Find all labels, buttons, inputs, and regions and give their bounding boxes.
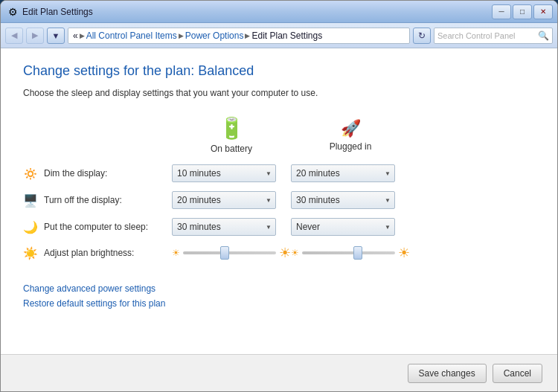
- window-title: Edit Plan Settings: [22, 7, 93, 17]
- turn-off-display-label: 🖥️ Turn off the display:: [23, 193, 172, 208]
- battery-label: On battery: [211, 144, 252, 154]
- battery-column-header: 🔋 On battery: [172, 116, 291, 154]
- dim-plugged-dropdown-wrapper: 20 minutes 1 minute 2 minutes 5 minutes …: [291, 164, 395, 182]
- sleep-row: 🌙 Put the computer to sleep: 30 minutes …: [23, 213, 535, 240]
- settings-grid: 🔋 On battery 🚀 Plugged in 🔅 Dim the disp…: [23, 116, 535, 266]
- breadcrumb-sep-3: ▶: [245, 32, 250, 39]
- refresh-button[interactable]: ↻: [413, 28, 431, 44]
- minimize-button[interactable]: ─: [492, 4, 511, 19]
- brightness-plugged-max-icon: ☀: [398, 245, 410, 261]
- plugged-column-header: 🚀 Plugged in: [291, 119, 410, 152]
- page-subtitle: Choose the sleep and display settings th…: [23, 88, 535, 98]
- breadcrumb-root: «: [73, 30, 78, 41]
- sleep-battery-dropdown[interactable]: 30 minutes 1 minute 2 minutes 5 minutes …: [172, 218, 276, 236]
- brightness-battery-max-icon: ☀: [279, 245, 291, 261]
- column-headers: 🔋 On battery 🚀 Plugged in: [23, 116, 535, 154]
- forward-button[interactable]: ▶: [26, 28, 44, 44]
- brightness-battery-min-icon: ☀: [172, 248, 180, 258]
- recent-button[interactable]: ▼: [47, 28, 65, 44]
- search-placeholder: Search Control Panel: [437, 31, 535, 40]
- dim-display-label: 🔅 Dim the display:: [23, 166, 172, 181]
- back-button[interactable]: ◀: [5, 28, 23, 44]
- window-icon: ⚙: [8, 6, 18, 18]
- search-icon[interactable]: 🔍: [538, 30, 549, 41]
- brightness-battery-thumb[interactable]: [220, 246, 229, 260]
- dim-plugged-dropdown[interactable]: 20 minutes 1 minute 2 minutes 5 minutes …: [291, 164, 395, 182]
- turn-off-plugged-dropdown-wrapper: 30 minutes 1 minute 2 minutes 5 minutes …: [291, 191, 395, 209]
- save-changes-button[interactable]: Save changes: [408, 364, 487, 383]
- brightness-icon: ☀️: [23, 245, 38, 260]
- plug-icon: 🚀: [341, 119, 361, 138]
- breadcrumb-sep-1: ▶: [80, 32, 85, 39]
- brightness-plugged-track[interactable]: [302, 251, 395, 254]
- brightness-label: ☀️ Adjust plan brightness:: [23, 245, 172, 260]
- dim-display-text: Dim the display:: [44, 168, 107, 179]
- advanced-settings-link[interactable]: Change advanced power settings: [23, 283, 535, 294]
- brightness-battery-track[interactable]: [183, 251, 276, 254]
- brightness-plugged-min-icon: ☀: [291, 248, 299, 258]
- dim-display-icon: 🔅: [23, 166, 38, 181]
- turn-off-battery-dropdown-wrapper: 20 minutes 1 minute 2 minutes 5 minutes …: [172, 191, 276, 209]
- breadcrumb: « ▶ All Control Panel Items ▶ Power Opti…: [68, 28, 410, 44]
- close-button[interactable]: ✕: [533, 4, 553, 19]
- cancel-button[interactable]: Cancel: [493, 364, 542, 383]
- brightness-text: Adjust plan brightness:: [44, 248, 134, 258]
- brightness-plugged-thumb[interactable]: [353, 246, 362, 260]
- brightness-plugged-slider-container: ☀ ☀: [291, 245, 410, 261]
- links-section: Change advanced power settings Restore d…: [23, 283, 535, 309]
- turn-off-display-icon: 🖥️: [23, 193, 38, 208]
- dim-display-row: 🔅 Dim the display: 10 minutes 1 minute 2…: [23, 160, 535, 187]
- turn-off-plugged-dropdown[interactable]: 30 minutes 1 minute 2 minutes 5 minutes …: [291, 191, 395, 209]
- title-bar-buttons: ─ □ ✕: [492, 4, 553, 19]
- dim-battery-dropdown-wrapper: 10 minutes 1 minute 2 minutes 5 minutes …: [172, 164, 276, 182]
- plugged-label: Plugged in: [330, 141, 372, 152]
- breadcrumb-power-options[interactable]: Power Options: [185, 30, 244, 41]
- main-window: ⚙ Edit Plan Settings ─ □ ✕ ◀ ▶ ▼ « ▶ All…: [0, 0, 558, 392]
- brightness-battery-slider-container: ☀ ☀: [172, 245, 291, 261]
- address-bar: ◀ ▶ ▼ « ▶ All Control Panel Items ▶ Powe…: [1, 23, 557, 48]
- turn-off-battery-dropdown[interactable]: 20 minutes 1 minute 2 minutes 5 minutes …: [172, 191, 276, 209]
- breadcrumb-current: Edit Plan Settings: [251, 30, 322, 41]
- title-bar-left: ⚙ Edit Plan Settings: [8, 6, 93, 18]
- restore-defaults-link[interactable]: Restore default settings for this plan: [23, 298, 535, 309]
- sleep-plugged-dropdown[interactable]: Never 1 minute 5 minutes 10 minutes 20 m…: [291, 218, 395, 236]
- sleep-text: Put the computer to sleep:: [44, 222, 148, 232]
- turn-off-display-text: Turn off the display:: [44, 195, 122, 205]
- sleep-plugged-dropdown-wrapper: Never 1 minute 5 minutes 10 minutes 20 m…: [291, 218, 395, 236]
- page-title: Change settings for the plan: Balanced: [23, 63, 535, 79]
- breadcrumb-all-control-panel[interactable]: All Control Panel Items: [86, 30, 177, 41]
- turn-off-display-row: 🖥️ Turn off the display: 20 minutes 1 mi…: [23, 187, 535, 213]
- dim-battery-dropdown[interactable]: 10 minutes 1 minute 2 minutes 5 minutes …: [172, 164, 276, 182]
- sleep-battery-dropdown-wrapper: 30 minutes 1 minute 2 minutes 5 minutes …: [172, 218, 276, 236]
- battery-icon: 🔋: [219, 116, 245, 141]
- breadcrumb-sep-2: ▶: [179, 32, 184, 39]
- title-bar: ⚙ Edit Plan Settings ─ □ ✕: [1, 1, 557, 23]
- sleep-label: 🌙 Put the computer to sleep:: [23, 219, 172, 234]
- brightness-row: ☀️ Adjust plan brightness: ☀ ☀ ☀: [23, 240, 535, 266]
- search-bar[interactable]: Search Control Panel 🔍: [434, 28, 553, 44]
- sleep-icon: 🌙: [23, 219, 38, 234]
- footer: Save changes Cancel: [1, 354, 557, 391]
- main-content: Change settings for the plan: Balanced C…: [1, 48, 557, 354]
- maximize-button[interactable]: □: [513, 4, 532, 19]
